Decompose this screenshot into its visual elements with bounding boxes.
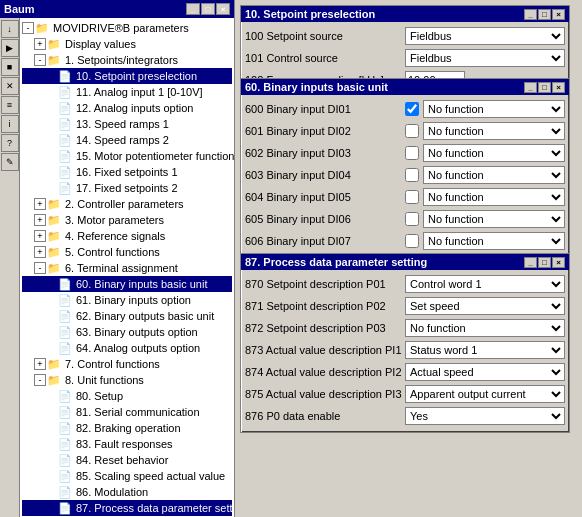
toolbar-btn-2[interactable]: ▶ <box>1 39 19 57</box>
binary-maximize[interactable]: □ <box>538 82 551 93</box>
select-101[interactable]: FieldbusTerminalRS485 <box>405 49 565 67</box>
expand-icon[interactable]: + <box>34 230 46 242</box>
tree-item-fixed-sp2[interactable]: 📄17. Fixed setpoints 2 <box>22 180 232 196</box>
tree-item-binary-opt[interactable]: 📄61. Binary inputs option <box>22 292 232 308</box>
tree-item-fixed-sp1[interactable]: 📄16. Fixed setpoints 1 <box>22 164 232 180</box>
tree-item-braking[interactable]: 📄82. Braking operation <box>22 420 232 436</box>
tree-item-setup[interactable]: 📄80. Setup <box>22 388 232 404</box>
select-604[interactable]: No function <box>423 188 565 206</box>
tree-item-terminal[interactable]: -📁6. Terminal assignment <box>22 260 232 276</box>
folder-icon: 📁 <box>47 357 61 371</box>
side-toolbar: ↓ ▶ ■ ✕ ≡ i ? ✎ <box>0 18 20 517</box>
tree-item-movidrive[interactable]: -📁MOVIDRIVE®B parameters <box>22 20 232 36</box>
tree-item-control-fn2[interactable]: +📁7. Control functions <box>22 356 232 372</box>
select-872[interactable]: No function <box>405 319 565 337</box>
tree-item-unit-fn[interactable]: -📁8. Unit functions <box>22 372 232 388</box>
expand-icon[interactable]: - <box>22 22 34 34</box>
select-100[interactable]: FieldbusAnalogFixed <box>405 27 565 45</box>
binary-close[interactable]: × <box>552 82 565 93</box>
tree-item-analog-opt[interactable]: 📄12. Analog inputs option <box>22 100 232 116</box>
setpoint-close[interactable]: × <box>552 9 565 20</box>
tree-item-modulation[interactable]: 📄86. Modulation <box>22 484 232 500</box>
page-icon: 📄 <box>58 325 72 339</box>
select-606[interactable]: No function <box>423 232 565 250</box>
tree-item-display[interactable]: +📁Display values <box>22 36 232 52</box>
check-601[interactable] <box>405 124 419 138</box>
tree-item-scaling[interactable]: 📄85. Scaling speed actual value <box>22 468 232 484</box>
tree-label-fixed-sp2: 17. Fixed setpoints 2 <box>74 182 232 194</box>
tree-item-control-fn[interactable]: +📁5. Control functions <box>22 244 232 260</box>
check-604[interactable] <box>405 190 419 204</box>
toolbar-btn-6[interactable]: i <box>1 115 19 133</box>
baum-maximize-btn[interactable]: □ <box>201 3 215 15</box>
toolbar-btn-8[interactable]: ✎ <box>1 153 19 171</box>
tree-item-reference[interactable]: +📁4. Reference signals <box>22 228 232 244</box>
setpoint-minimize[interactable]: _ <box>524 9 537 20</box>
select-873[interactable]: Status word 1 <box>405 341 565 359</box>
check-602[interactable] <box>405 146 419 160</box>
tree-item-setpoints[interactable]: -📁1. Setpoints/integrators <box>22 52 232 68</box>
expand-icon[interactable]: + <box>34 214 46 226</box>
tree-item-analog-out[interactable]: 📄64. Analog outputs option <box>22 340 232 356</box>
tree-item-serial-comm[interactable]: 📄81. Serial communication <box>22 404 232 420</box>
tree-item-motor[interactable]: +📁3. Motor parameters <box>22 212 232 228</box>
expand-icon[interactable]: - <box>34 262 46 274</box>
check-600[interactable] <box>405 102 419 116</box>
tree-label-analog-out: 64. Analog outputs option <box>74 342 232 354</box>
select-870[interactable]: Control word 1 <box>405 275 565 293</box>
baum-close-btn[interactable]: × <box>216 3 230 15</box>
row-602: 602 Binary input DI03 No function <box>245 143 565 163</box>
select-602[interactable]: No function <box>423 144 565 162</box>
tree-item-controller[interactable]: +📁2. Controller parameters <box>22 196 232 212</box>
sel-wrap-872: No function <box>405 319 565 337</box>
process-maximize[interactable]: □ <box>538 257 551 268</box>
label-101: 101 Control source <box>245 52 405 64</box>
select-876[interactable]: YesNo <box>405 407 565 425</box>
select-601[interactable]: No function <box>423 122 565 140</box>
tree-item-binary-out-basic[interactable]: 📄62. Binary outputs basic unit <box>22 308 232 324</box>
expand-icon[interactable]: + <box>34 358 46 370</box>
toolbar-btn-4[interactable]: ✕ <box>1 77 19 95</box>
expand-icon[interactable]: + <box>34 246 46 258</box>
tree-item-process-data[interactable]: 📄87. Process data parameter settin <box>22 500 232 516</box>
tree-item-reset[interactable]: 📄84. Reset behavior <box>22 452 232 468</box>
select-874[interactable]: Actual speed <box>405 363 565 381</box>
tree-item-binary-out-opt[interactable]: 📄63. Binary outputs option <box>22 324 232 340</box>
expand-icon[interactable]: - <box>34 374 46 386</box>
binary-titlebar: 60. Binary inputs basic unit _ □ × <box>241 79 569 95</box>
tree-label-binary-basic: 60. Binary inputs basic unit <box>74 278 232 290</box>
tree-item-fault-resp[interactable]: 📄83. Fault responses <box>22 436 232 452</box>
check-605[interactable] <box>405 212 419 226</box>
select-875[interactable]: Apparent output current <box>405 385 565 403</box>
select-871[interactable]: Set speed <box>405 297 565 315</box>
toolbar-btn-3[interactable]: ■ <box>1 58 19 76</box>
check-603[interactable] <box>405 168 419 182</box>
tree-item-binary-basic[interactable]: 📄60. Binary inputs basic unit <box>22 276 232 292</box>
toolbar-btn-1[interactable]: ↓ <box>1 20 19 38</box>
page-icon: 📄 <box>58 437 72 451</box>
baum-minimize-btn[interactable]: _ <box>186 3 200 15</box>
label-602: 602 Binary input DI03 <box>245 147 405 159</box>
row-100: 100 Setpoint source FieldbusAnalogFixed <box>245 26 565 46</box>
toolbar-btn-7[interactable]: ? <box>1 134 19 152</box>
tree-item-speed-ramps2[interactable]: 📄14. Speed ramps 2 <box>22 132 232 148</box>
row-874: 874 Actual value description PI2 Actual … <box>245 362 565 382</box>
process-close[interactable]: × <box>552 257 565 268</box>
expand-icon[interactable]: + <box>34 38 46 50</box>
tree-item-analog-in1[interactable]: 📄11. Analog input 1 [0-10V] <box>22 84 232 100</box>
expand-icon[interactable]: - <box>34 54 46 66</box>
row-101: 101 Control source FieldbusTerminalRS485 <box>245 48 565 68</box>
check-606[interactable] <box>405 234 419 248</box>
binary-minimize[interactable]: _ <box>524 82 537 93</box>
tree-item-setpoint-presel[interactable]: 📄10. Setpoint preselection <box>22 68 232 84</box>
toolbar-btn-5[interactable]: ≡ <box>1 96 19 114</box>
tree-content[interactable]: -📁MOVIDRIVE®B parameters+📁Display values… <box>20 18 234 517</box>
process-minimize[interactable]: _ <box>524 257 537 268</box>
select-600[interactable]: No function <box>423 100 565 118</box>
expand-icon[interactable]: + <box>34 198 46 210</box>
setpoint-maximize[interactable]: □ <box>538 9 551 20</box>
tree-item-speed-ramps1[interactable]: 📄13. Speed ramps 1 <box>22 116 232 132</box>
select-605[interactable]: No function <box>423 210 565 228</box>
tree-item-motor-pot[interactable]: 📄15. Motor potentiometer function <box>22 148 232 164</box>
select-603[interactable]: No function <box>423 166 565 184</box>
